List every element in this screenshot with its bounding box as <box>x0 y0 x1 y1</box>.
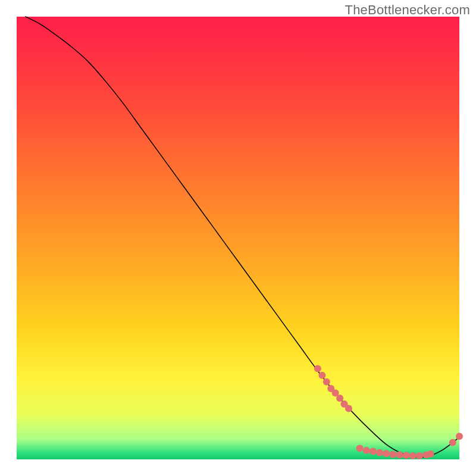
data-marker <box>427 450 434 458</box>
data-marker <box>456 433 463 440</box>
data-marker <box>323 378 330 386</box>
curve-markers <box>314 365 463 459</box>
data-marker <box>403 452 410 459</box>
data-marker <box>416 452 423 459</box>
data-marker <box>449 439 456 446</box>
data-marker <box>356 444 364 452</box>
data-marker <box>345 405 352 412</box>
data-marker <box>363 447 370 454</box>
bottleneck-curve <box>26 17 459 458</box>
data-marker <box>369 448 377 455</box>
chart-container: TheBottlenecker.com <box>0 0 476 476</box>
data-marker <box>376 449 383 456</box>
data-marker <box>314 365 321 372</box>
data-marker <box>318 372 325 379</box>
plot-area <box>17 17 459 459</box>
data-marker <box>336 394 343 402</box>
data-marker <box>383 450 390 457</box>
watermark-text: TheBottlenecker.com <box>345 2 470 18</box>
data-marker <box>389 451 396 458</box>
data-marker <box>409 452 416 459</box>
data-marker <box>396 452 403 459</box>
plot-svg <box>17 17 459 459</box>
